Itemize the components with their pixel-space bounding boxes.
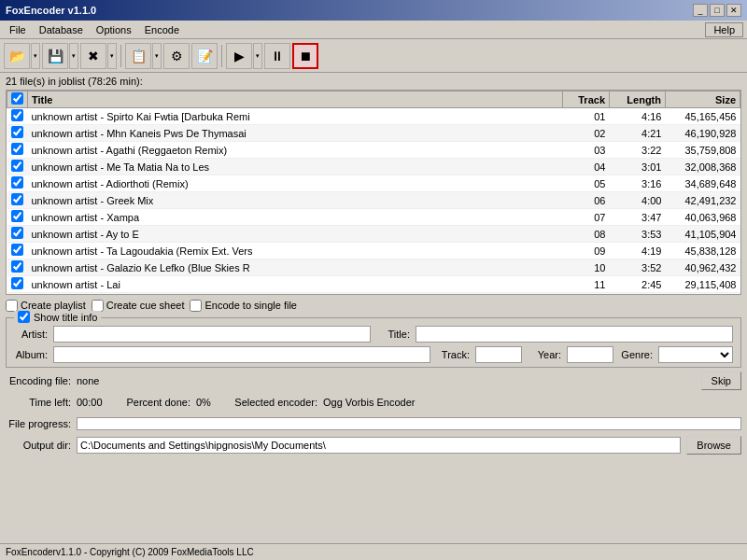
file-progress-bar	[77, 417, 741, 430]
row-checkbox-5[interactable]	[11, 193, 23, 205]
year-input[interactable]	[567, 346, 613, 363]
menu-file[interactable]: File	[4, 23, 32, 36]
row-title-8: unknown artist - Ta Lagoudakia (Remix Ex…	[28, 243, 563, 259]
pause-button[interactable]: ⏸	[264, 43, 290, 69]
table-row: unknown artist - Mhn Kaneis Pws De Thyma…	[7, 125, 740, 142]
row-track-6: 07	[563, 209, 610, 226]
play-dropdown[interactable]: ▾	[253, 43, 262, 69]
row-check-cell	[7, 159, 28, 175]
maximize-button[interactable]: □	[710, 4, 725, 17]
status-bar: FoxEncoderv1.1.0 - Copyright (C) 2009 Fo…	[0, 543, 747, 560]
encoding-file-row: Encoding file: none Skip	[6, 371, 741, 390]
save-button[interactable]: 💾	[42, 43, 68, 69]
minimize-button[interactable]: _	[693, 4, 708, 17]
row-checkbox-2[interactable]	[11, 143, 23, 155]
menu-items: File Database Options Encode	[4, 23, 185, 36]
row-length-0: 4:16	[610, 108, 666, 125]
row-track-0: 01	[563, 108, 610, 125]
row-size-6: 40,063,968	[666, 209, 740, 226]
encode-single-checkbox[interactable]	[190, 300, 202, 312]
row-checkbox-9[interactable]	[11, 260, 23, 273]
row-track-7: 08	[563, 226, 610, 243]
row-check-cell	[7, 192, 28, 209]
row-length-10: 2:45	[610, 276, 666, 293]
row-checkbox-6[interactable]	[11, 210, 23, 222]
settings-button[interactable]: ⚙	[163, 43, 190, 69]
encode-single-label[interactable]: Encode to single file	[190, 300, 296, 312]
output-dir-label: Output dir:	[6, 440, 71, 451]
genre-select[interactable]	[658, 346, 733, 363]
time-left-label: Time left:	[6, 397, 71, 408]
create-cue-sheet-checkbox[interactable]	[92, 300, 104, 312]
list-button[interactable]: 📝	[191, 43, 218, 69]
artist-input[interactable]	[53, 326, 371, 343]
stop-button[interactable]: ⏹	[292, 43, 318, 69]
remove-dropdown[interactable]: ▾	[107, 43, 117, 69]
track-table: Title Track Length Size unknown artist -…	[7, 91, 740, 295]
open-dropdown[interactable]: ▾	[31, 43, 40, 69]
close-button[interactable]: ✕	[726, 4, 741, 17]
row-track-9: 10	[563, 259, 610, 276]
row-check-cell	[7, 142, 28, 159]
row-checkbox-7[interactable]	[11, 227, 23, 239]
create-playlist-label[interactable]: Create playlist	[6, 300, 86, 312]
status-text: FoxEncoderv1.1.0 - Copyright (C) 2009 Fo…	[6, 547, 254, 557]
remove-button[interactable]: ✖	[80, 43, 106, 69]
row-checkbox-0[interactable]	[11, 109, 23, 121]
row-track-2: 03	[563, 142, 610, 159]
table-row: unknown artist - Agathi (Reggaeton Remix…	[7, 142, 740, 159]
row-length-4: 3:16	[610, 175, 666, 192]
row-size-3: 32,008,368	[666, 159, 740, 175]
row-checkbox-8[interactable]	[11, 244, 23, 256]
year-label: Year:	[528, 349, 561, 360]
open-button[interactable]: 📂	[4, 43, 30, 69]
row-title-2: unknown artist - Agathi (Reggaeton Remix…	[28, 142, 563, 159]
table-row: unknown artist - Spirto Kai Fwtia [Darbu…	[7, 108, 740, 125]
toolbar: 📂 ▾ 💾 ▾ ✖ ▾ 📋 ▾ ⚙ 📝 ▶ ▾ ⏸ ⏹	[0, 39, 747, 73]
album-input[interactable]	[53, 346, 430, 363]
col-header-length: Length	[610, 91, 666, 108]
show-title-info-checkbox[interactable]	[18, 311, 30, 323]
row-check-cell	[7, 175, 28, 192]
options-row: Create playlist Create cue sheet Encode …	[0, 295, 747, 315]
row-check-cell	[7, 259, 28, 276]
clipboard-dropdown[interactable]: ▾	[152, 43, 162, 69]
menu-encode[interactable]: Encode	[139, 23, 185, 36]
row-title-5: unknown artist - Greek Mix	[28, 192, 563, 209]
row-checkbox-1[interactable]	[11, 126, 23, 138]
create-playlist-checkbox[interactable]	[6, 300, 18, 312]
check-all[interactable]	[11, 92, 23, 105]
skip-button[interactable]: Skip	[701, 371, 741, 390]
row-length-1: 4:21	[610, 125, 666, 142]
show-title-info-label: Show title info	[34, 312, 97, 323]
row-title-7: unknown artist - Ay to E	[28, 226, 563, 243]
col-header-title: Title	[28, 91, 563, 108]
row-checkbox-3[interactable]	[11, 160, 23, 172]
album-row: Album: Track: Year: Genre:	[14, 346, 733, 363]
clipboard-button[interactable]: 📋	[125, 43, 151, 69]
row-check-cell	[7, 108, 28, 125]
toolbar-separator-2	[221, 45, 222, 67]
row-size-5: 42,491,232	[666, 192, 740, 209]
browse-button[interactable]: Browse	[686, 436, 741, 455]
row-size-0: 45,165,456	[666, 108, 740, 125]
genre-label: Genre:	[619, 349, 653, 360]
row-checkbox-10[interactable]	[11, 277, 23, 289]
title-input[interactable]	[416, 326, 733, 343]
menu-database[interactable]: Database	[34, 23, 89, 36]
track-number-input[interactable]	[475, 346, 522, 363]
track-table-container[interactable]: Title Track Length Size unknown artist -…	[6, 90, 741, 295]
save-dropdown[interactable]: ▾	[69, 43, 78, 69]
create-cue-sheet-label[interactable]: Create cue sheet	[92, 300, 185, 312]
help-button[interactable]: Help	[705, 22, 743, 37]
row-checkbox-4[interactable]	[11, 176, 23, 189]
title-bar: FoxEncoder v1.1.0 _ □ ✕	[0, 0, 747, 21]
output-dir-input[interactable]	[77, 437, 681, 454]
play-button[interactable]: ▶	[226, 43, 252, 69]
row-title-3: unknown artist - Me Ta Matia Na to Les	[28, 159, 563, 175]
row-length-8: 4:19	[610, 243, 666, 259]
album-label: Album:	[14, 349, 48, 360]
table-row: unknown artist - Galazio Ke Lefko (Blue …	[7, 259, 740, 276]
menu-options[interactable]: Options	[91, 23, 137, 36]
table-row: unknown artist - Greek Mix 06 4:00 42,49…	[7, 192, 740, 209]
